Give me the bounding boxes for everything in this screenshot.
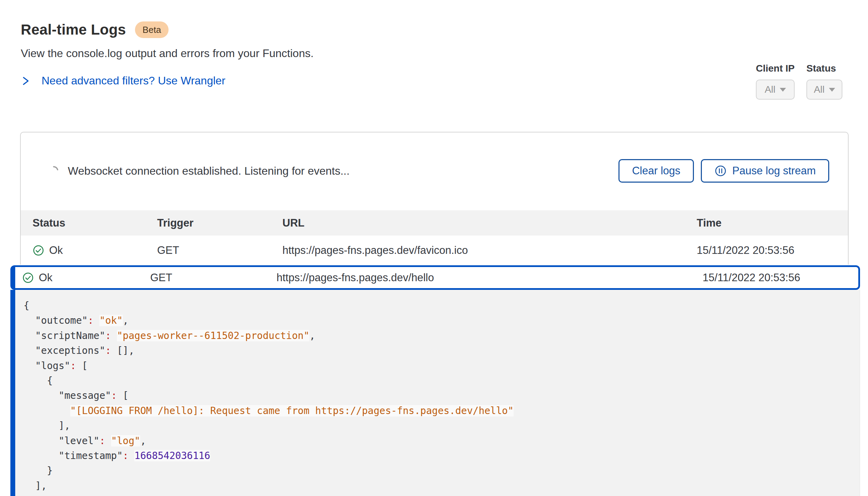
log-row-status: Ok (49, 244, 63, 257)
client-ip-label: Client IP (756, 63, 795, 74)
pause-log-stream-label: Pause log stream (732, 165, 816, 177)
status-dropdown[interactable]: All (806, 80, 842, 100)
clear-logs-label: Clear logs (632, 165, 680, 177)
log-row-time: 15/11/2022 20:53:56 (697, 244, 848, 257)
json-line: { (24, 373, 860, 388)
filters: Client IP All Status All (756, 63, 842, 100)
column-header-status: Status (33, 217, 157, 229)
logs-panel: Websocket connection established. Listen… (20, 132, 849, 265)
log-row-status: Ok (39, 272, 53, 284)
websocket-status-text: Websocket connection established. Listen… (68, 165, 350, 177)
log-row-url: https://pages-fns.pages.dev/hello (277, 272, 703, 284)
log-row-time: 15/11/2022 20:53:56 (703, 272, 858, 284)
chevron-right-icon (21, 75, 30, 87)
json-line: "logs": [ (24, 358, 860, 373)
json-line: ], (24, 418, 860, 433)
status-filter-value: All (814, 84, 824, 95)
beta-badge: Beta (135, 21, 169, 38)
json-log-body: { "outcome": "ok", "scriptName": "pages-… (10, 290, 860, 496)
log-row[interactable]: Ok GET https://pages-fns.pages.dev/favic… (21, 236, 848, 265)
json-line: "exceptions": [], (24, 343, 860, 358)
wrangler-link-row[interactable]: Need advanced filters? Use Wrangler (21, 74, 314, 87)
log-row-url: https://pages-fns.pages.dev/favicon.ico (282, 244, 697, 257)
log-row-trigger: GET (157, 244, 282, 257)
pause-log-stream-button[interactable]: Pause log stream (701, 159, 829, 183)
log-table-header: Status Trigger URL Time (21, 210, 848, 236)
page-subtitle: View the console.log output and errors f… (21, 47, 314, 60)
json-line: "[LOGGING FROM /hello]: Request came fro… (24, 403, 860, 418)
logs-toolbar: Websocket connection established. Listen… (21, 159, 848, 183)
expanded-log-row[interactable]: Ok GET https://pages-fns.pages.dev/hello… (10, 265, 860, 290)
wrangler-link[interactable]: Need advanced filters? Use Wrangler (42, 74, 225, 87)
circle-check-icon (22, 272, 34, 284)
status-filter-label: Status (806, 63, 842, 74)
json-line: ], (24, 478, 860, 493)
clear-logs-button[interactable]: Clear logs (618, 159, 694, 183)
json-line: { (24, 298, 860, 313)
page-header: Real-time Logs Beta View the console.log… (21, 21, 314, 87)
json-line: "timestamp": 1668542036116 (24, 448, 860, 463)
caret-down-icon (780, 88, 786, 92)
page-title: Real-time Logs (21, 21, 126, 38)
json-line: "scriptName": "pages-worker--611502-prod… (24, 328, 860, 343)
column-header-url: URL (282, 217, 697, 229)
column-header-time: Time (697, 217, 848, 229)
client-ip-value: All (765, 84, 775, 95)
json-line: } (24, 463, 860, 478)
json-line: "outcome": "ok", (24, 313, 860, 328)
json-line: "level": "log", (24, 433, 860, 448)
json-line: "message": [ (24, 388, 860, 403)
websocket-status: Websocket connection established. Listen… (48, 165, 350, 177)
log-row-trigger: GET (150, 272, 277, 284)
caret-down-icon (829, 88, 835, 92)
circle-check-icon (33, 245, 44, 256)
column-header-trigger: Trigger (157, 217, 282, 229)
spinner-icon (48, 166, 59, 176)
expanded-log-entry: Ok GET https://pages-fns.pages.dev/hello… (10, 265, 860, 496)
client-ip-dropdown[interactable]: All (756, 80, 795, 100)
circle-pause-icon (714, 165, 727, 177)
